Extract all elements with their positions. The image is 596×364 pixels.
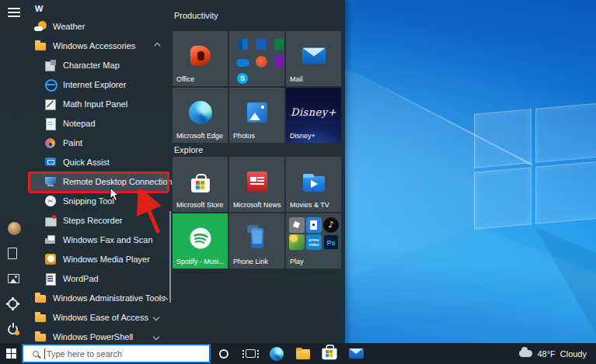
prime-video-icon: prime video bbox=[306, 234, 322, 250]
tiktok-icon: ♪ bbox=[323, 217, 339, 233]
character-map-icon bbox=[44, 59, 57, 71]
user-avatar[interactable] bbox=[8, 222, 21, 235]
cortana-button[interactable] bbox=[211, 343, 237, 364]
app-item-character-map[interactable]: Character Map bbox=[28, 55, 169, 75]
ms-colored-squares bbox=[326, 350, 329, 353]
app-folder-windows-administrative-tools[interactable]: Windows Administrative Tools bbox=[28, 288, 169, 307]
skype-icon: S bbox=[237, 73, 248, 84]
disney-plus-logo: Disney+ bbox=[286, 106, 341, 118]
windows-logo-wallpaper bbox=[474, 100, 596, 230]
tile-microsoft-edge[interactable]: Microsoft Edge bbox=[173, 88, 228, 143]
tile-grid-productivity: Office S Mail Microsoft Edge bbox=[173, 31, 345, 143]
taskbar-weather-widget[interactable]: 48°F Cloudy bbox=[519, 349, 596, 359]
documents-icon[interactable] bbox=[8, 248, 17, 259]
app-item-weather[interactable]: Weather bbox=[28, 16, 169, 36]
logo-pane bbox=[474, 167, 532, 229]
taskbar-edge-button[interactable] bbox=[263, 343, 290, 364]
steps-recorder-icon bbox=[44, 214, 57, 227]
app-item-notepad[interactable]: Notepad bbox=[28, 113, 169, 133]
power-icon[interactable] bbox=[8, 324, 18, 335]
tile-group-title-productivity[interactable]: Productivity bbox=[174, 8, 345, 23]
taskbar-search-box[interactable] bbox=[22, 344, 211, 363]
logo-pane bbox=[474, 109, 532, 168]
snipping-tool-icon: ✂ bbox=[44, 195, 57, 207]
movies-tv-icon bbox=[303, 176, 325, 192]
task-view-button[interactable] bbox=[237, 343, 263, 364]
mail-icon bbox=[302, 47, 326, 64]
tile-office[interactable]: Office bbox=[173, 31, 228, 86]
internet-explorer-icon bbox=[44, 78, 57, 91]
tile-group-title-explore[interactable]: Explore bbox=[174, 144, 345, 155]
app-item-wordpad[interactable]: WordPad bbox=[28, 269, 169, 288]
tile-microsoft-news[interactable]: Microsoft News bbox=[229, 157, 284, 212]
settings-gear-icon[interactable] bbox=[8, 299, 18, 309]
tiles-area: Productivity Office S Mail bbox=[169, 0, 345, 344]
weather-temperature: 48°F bbox=[537, 349, 555, 359]
media-player-icon bbox=[44, 253, 57, 265]
section-header-w[interactable]: W bbox=[28, 2, 169, 16]
tile-office-apps-folder[interactable]: S bbox=[229, 31, 284, 86]
chevron-down-icon bbox=[153, 314, 159, 320]
word-icon bbox=[256, 39, 267, 50]
outlook-icon bbox=[237, 39, 248, 50]
excel-icon bbox=[274, 39, 284, 50]
tile-play-folder[interactable]: ♪ prime video Ps Play bbox=[286, 213, 341, 269]
tile-movies-tv[interactable]: Movies & TV bbox=[286, 157, 341, 212]
tile-photos[interactable]: Photos bbox=[229, 88, 284, 143]
file-explorer-icon bbox=[296, 349, 310, 359]
task-view-icon bbox=[246, 349, 256, 358]
tile-phone-link[interactable]: Phone Link bbox=[229, 213, 284, 269]
app-item-windows-media-player[interactable]: Windows Media Player bbox=[28, 249, 169, 269]
desktop-screen: W Weather Windows Accessories Character … bbox=[0, 0, 596, 364]
remote-desktop-icon bbox=[44, 175, 57, 188]
app-list-scrollbar[interactable] bbox=[169, 211, 171, 303]
tile-spotify[interactable]: Spotify - Musi... bbox=[173, 213, 228, 269]
tile-grid-explore: Microsoft Store Microsoft News Movies & … bbox=[173, 157, 345, 269]
folder-icon bbox=[34, 292, 47, 304]
taskbar: 48°F Cloudy bbox=[0, 343, 596, 364]
file-explorer-button[interactable] bbox=[290, 343, 316, 364]
app-item-internet-explorer[interactable]: Internet Explorer bbox=[28, 75, 169, 94]
cloud-icon bbox=[519, 350, 532, 357]
tile-mail[interactable]: Mail bbox=[286, 31, 341, 86]
app-folder-windows-accessories[interactable]: Windows Accessories bbox=[28, 36, 169, 55]
taskbar-mail-button[interactable] bbox=[343, 343, 369, 364]
logo-pane bbox=[535, 160, 596, 224]
roblox-icon bbox=[289, 217, 305, 233]
text-caret bbox=[44, 348, 45, 359]
app-item-windows-fax-and-scan[interactable]: Windows Fax and Scan bbox=[28, 230, 169, 249]
app-list: W Weather Windows Accessories Character … bbox=[28, 2, 169, 346]
app-item-steps-recorder[interactable]: Steps Recorder bbox=[28, 210, 169, 230]
search-icon bbox=[33, 351, 39, 357]
mail-icon bbox=[349, 348, 364, 359]
app-item-remote-desktop-connection[interactable]: Remote Desktop Connection bbox=[28, 172, 169, 191]
weather-condition: Cloudy bbox=[560, 349, 587, 359]
onedrive-icon bbox=[236, 59, 249, 67]
photoshop-icon: Ps bbox=[323, 234, 339, 250]
tile-microsoft-store[interactable]: Microsoft Store bbox=[173, 157, 228, 212]
office-icon bbox=[190, 46, 211, 66]
weather-icon bbox=[34, 20, 47, 33]
start-menu: W Weather Windows Accessories Character … bbox=[0, 0, 345, 344]
powerpoint-icon bbox=[256, 56, 267, 68]
taskbar-store-button[interactable] bbox=[316, 343, 343, 364]
app-item-snipping-tool[interactable]: ✂ Snipping Tool bbox=[28, 191, 169, 210]
ms-colored-squares bbox=[196, 181, 200, 185]
app-item-quick-assist[interactable]: Quick Assist bbox=[28, 152, 169, 172]
search-input[interactable] bbox=[47, 349, 204, 359]
tile-disney-plus[interactable]: Disney+ Disney+ bbox=[286, 88, 341, 143]
microsoft-store-icon bbox=[322, 348, 336, 359]
microsoft-news-icon bbox=[247, 172, 267, 192]
hamburger-menu-icon[interactable] bbox=[8, 8, 20, 17]
start-button[interactable] bbox=[0, 343, 22, 364]
phone-link-icon bbox=[251, 228, 263, 248]
start-menu-rail bbox=[0, 0, 28, 344]
windows-logo-icon bbox=[6, 348, 16, 359]
spotify-icon bbox=[190, 227, 211, 248]
app-item-paint[interactable]: Paint bbox=[28, 133, 169, 152]
app-folder-windows-ease-of-access[interactable]: Windows Ease of Access bbox=[28, 307, 169, 327]
edge-icon bbox=[270, 347, 284, 361]
pictures-icon[interactable] bbox=[8, 274, 19, 283]
app-item-math-input-panel[interactable]: Math Input Panel bbox=[28, 94, 169, 113]
chevron-up-icon bbox=[154, 42, 160, 48]
